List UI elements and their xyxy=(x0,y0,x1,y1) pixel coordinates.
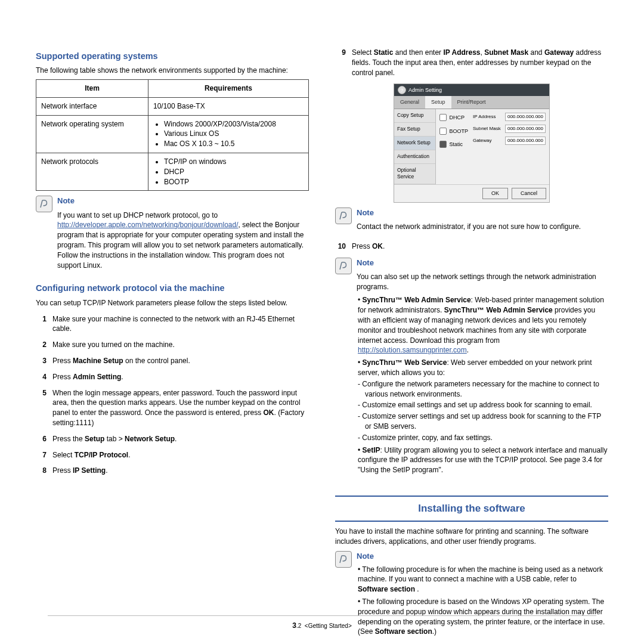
bullet: • The following procedure is for when th… xyxy=(358,565,608,595)
right-column: 9Select Static and then enter IP Address… xyxy=(335,42,608,644)
side-item: Optional Service xyxy=(394,164,435,185)
note-icon xyxy=(335,551,352,568)
note-text: Contact the network administrator, if yo… xyxy=(357,222,608,232)
table-header-row: Item Requirements xyxy=(36,80,309,98)
table-row: Network protocols TCP/IP on windows DHCP… xyxy=(36,153,309,191)
note-block: Note You can also set up the network set… xyxy=(335,258,608,478)
th-item: Item xyxy=(36,80,148,98)
bullet: • SyncThru™ Web Admin Service: Web-based… xyxy=(358,295,608,355)
dash-item: Configure the network parameters necessa… xyxy=(365,379,608,400)
note-title: Note xyxy=(357,208,608,218)
link-samsung[interactable]: http://solution.samsungprinter.com xyxy=(358,346,467,354)
note-title: Note xyxy=(357,551,608,562)
dash-item: Customize printer, copy, and fax setting… xyxy=(365,433,608,443)
bullet: • SyncThru™ Web Service: Web server embe… xyxy=(358,358,608,442)
step: 1Make sure your machine is connected to … xyxy=(36,314,309,335)
page-footer: 3.2 <Getting Started> xyxy=(48,615,596,631)
heading-supported-os: Supported operating systems xyxy=(36,50,309,62)
step: 8Press IP Setting. xyxy=(36,466,309,476)
step: 6Press the Setup tab > Network Setup. xyxy=(36,434,309,444)
ok-button: OK xyxy=(482,188,508,199)
section-label: <Getting Started> xyxy=(305,623,352,629)
field-ip: IP Address000.000.000.000 xyxy=(473,113,546,121)
bullet: • SetIP: Utility program allowing you to… xyxy=(358,445,608,475)
side-list: Copy Setup Fax Setup Network Setup Authe… xyxy=(394,109,436,184)
left-column: Supported operating systems The followin… xyxy=(36,42,309,644)
help-icon: ? xyxy=(398,86,406,94)
step: 10Press OK. xyxy=(335,242,608,252)
cell-req: 10/100 Base-TX xyxy=(148,97,308,115)
tab-general: General xyxy=(394,96,425,109)
note-block: Note Contact the network administrator, … xyxy=(335,208,608,236)
list-item: Windows 2000/XP/2003/Vista/2008 xyxy=(164,119,304,129)
table-row: Network interface 10/100 Base-TX xyxy=(36,97,309,115)
document-page: Supported operating systems The followin… xyxy=(0,0,644,644)
steps-cont: 10Press OK. xyxy=(335,242,608,252)
th-req: Requirements xyxy=(148,80,308,98)
step: 4Press Admin Setting. xyxy=(36,372,309,382)
note-title: Note xyxy=(357,258,608,268)
tab-print-report: Print/Report xyxy=(451,96,492,109)
step: 3Press Machine Setup on the control pane… xyxy=(36,356,309,366)
screenshot-title: Admin Setting xyxy=(408,86,442,94)
field-subnet: Subnet Mask000.000.000.000 xyxy=(473,125,546,133)
page-number: 3 xyxy=(292,621,296,630)
note-body: Note If you want to set up DHCP network … xyxy=(57,196,309,274)
note-text: If you want to set up DHCP network proto… xyxy=(57,210,309,271)
list-item: Various Linux OS xyxy=(164,129,304,139)
radio-static: Static xyxy=(439,141,468,148)
heading-config-network: Configuring network protocol via the mac… xyxy=(36,282,309,294)
side-item: Network Setup xyxy=(394,137,435,150)
list-item: DHCP xyxy=(164,167,304,177)
steps-cont: 9Select Static and then enter IP Address… xyxy=(335,48,608,78)
cell-item: Network operating system xyxy=(36,115,148,153)
dash-item: Customize email settings and set up addr… xyxy=(365,400,608,410)
note-icon xyxy=(36,196,52,212)
side-item: Fax Setup xyxy=(394,123,435,137)
paragraph: You can setup TCP/IP Network parameters … xyxy=(36,298,309,308)
note-block: Note If you want to set up DHCP network … xyxy=(36,196,309,274)
step: 2Make sure you turned on the machine. xyxy=(36,340,309,350)
requirements-table: Item Requirements Network interface 10/1… xyxy=(36,79,309,191)
two-columns: Supported operating systems The followin… xyxy=(36,42,608,644)
field-gateway: Gateway000.000.000.000 xyxy=(473,137,546,145)
radio-bootp: BOOTP xyxy=(439,128,468,135)
radio-dhcp: DHCP xyxy=(439,114,468,122)
cancel-button: Cancel xyxy=(512,188,546,199)
tabs: General Setup Print/Report xyxy=(394,96,549,109)
dash-item: Customize server settings and set up add… xyxy=(365,411,608,432)
cell-item: Network interface xyxy=(36,97,148,115)
cell-item: Network protocols xyxy=(36,153,148,191)
side-item: Authentication xyxy=(394,150,435,164)
list-item: TCP/IP on windows xyxy=(164,157,304,167)
table-row: Network operating system Windows 2000/XP… xyxy=(36,115,309,153)
step: 5When the login message appears, enter p… xyxy=(36,388,309,428)
note-icon xyxy=(335,258,352,274)
note-title: Note xyxy=(57,196,309,206)
note-text: You can also set up the network settings… xyxy=(357,272,608,292)
tab-setup: Setup xyxy=(425,96,451,109)
step: 9Select Static and then enter IP Address… xyxy=(335,48,608,78)
paragraph: You have to install the machine software… xyxy=(335,527,608,547)
step: 7Select TCP/IP Protocol. xyxy=(36,450,309,460)
screenshot-admin-setting: ?Admin Setting General Setup Print/Repor… xyxy=(394,83,550,203)
list-item: Mac OS X 10.3 ~ 10.5 xyxy=(164,139,304,149)
link-bonjour[interactable]: http://developer.apple.com/networking/bo… xyxy=(57,221,239,229)
list-item: BOOTP xyxy=(164,177,304,187)
side-item: Copy Setup xyxy=(394,109,435,123)
cell-req: TCP/IP on windows DHCP BOOTP xyxy=(148,153,308,191)
intro-text: The following table shows the network en… xyxy=(36,66,309,76)
steps-list: 1Make sure your machine is connected to … xyxy=(36,314,309,476)
heading-installing-software: Installing the software xyxy=(335,496,608,522)
cell-req: Windows 2000/XP/2003/Vista/2008 Various … xyxy=(148,115,308,153)
note-icon xyxy=(335,208,352,224)
